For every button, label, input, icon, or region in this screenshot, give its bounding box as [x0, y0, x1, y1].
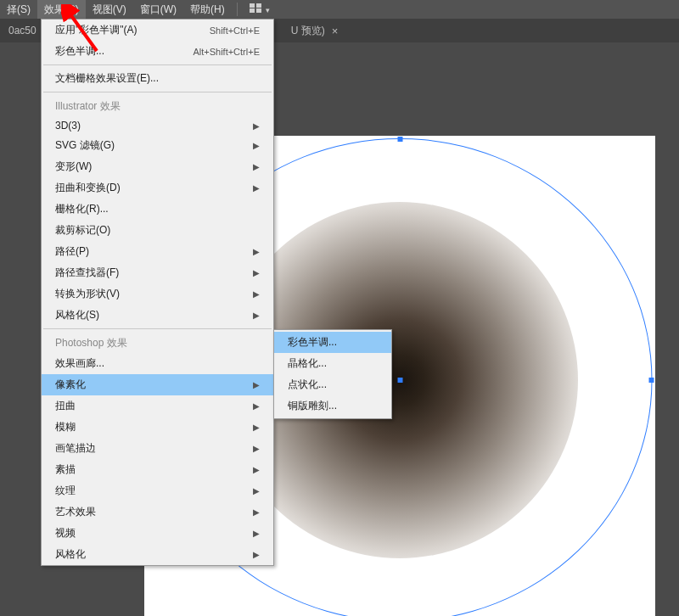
menu-item-label: 扭曲 — [55, 399, 76, 413]
menu-stylize-ai[interactable]: 风格化(S)▶ — [42, 305, 273, 326]
pixelate-submenu: 彩色半调... 晶格化... 点状化... 铜版雕刻... — [273, 329, 392, 419]
menubar-separator — [237, 3, 238, 16]
menu-item-label: 风格化(S) — [55, 308, 99, 322]
close-icon[interactable]: × — [332, 25, 339, 37]
svg-rect-3 — [256, 8, 261, 13]
menu-item-label: 扭曲和变换(D) — [55, 181, 121, 195]
shortcut-label: Shift+Ctrl+E — [210, 25, 260, 36]
menu-item-label: 画笔描边 — [55, 441, 96, 456]
chevron-right-icon: ▶ — [253, 550, 260, 559]
document-tab[interactable]: 0ac50 — [0, 19, 45, 42]
menu-texture[interactable]: 纹理▶ — [42, 480, 273, 501]
menu-item-label: 3D(3) — [55, 120, 81, 132]
chevron-right-icon: ▶ — [253, 423, 260, 432]
menu-item-label: SVG 滤镜(G) — [55, 138, 115, 153]
menu-svg-filter[interactable]: SVG 滤镜(G)▶ — [42, 135, 273, 156]
menu-item-label: 路径查找器(F) — [55, 266, 119, 280]
menu-distort-transform[interactable]: 扭曲和变换(D)▶ — [42, 177, 273, 199]
menu-item-label: 变形(W) — [55, 160, 92, 174]
chevron-right-icon: ▶ — [253, 401, 260, 411]
tab-label-left: 0ac50 — [8, 25, 36, 36]
submenu-crystallize[interactable]: 晶格化... — [274, 353, 391, 374]
menu-distort-ps[interactable]: 扭曲▶ — [42, 395, 273, 417]
menu-item-label: 路径(P) — [55, 244, 89, 259]
menu-item-label: 应用"彩色半调"(A) — [55, 23, 137, 37]
handle-center[interactable] — [397, 378, 402, 383]
shortcut-label: Alt+Shift+Ctrl+E — [193, 47, 260, 57]
menu-item-label: 艺术效果 — [55, 505, 96, 519]
menu-convert-to-shape[interactable]: 转换为形状(V)▶ — [42, 283, 273, 305]
submenu-mezzotint[interactable]: 铜版雕刻... — [274, 395, 391, 417]
menu-separator — [43, 64, 272, 65]
menu-item-label: 文档栅格效果设置(E)... — [55, 71, 159, 86]
menu-stylize-ps[interactable]: 风格化▶ — [42, 544, 273, 565]
handle-top[interactable] — [397, 137, 402, 142]
layout-grid-icon — [250, 3, 261, 13]
chevron-right-icon: ▶ — [253, 121, 260, 131]
chevron-right-icon: ▶ — [253, 507, 260, 517]
layout-toggle[interactable]: ▾ — [243, 1, 277, 18]
menu-artistic[interactable]: 艺术效果▶ — [42, 501, 273, 523]
menu-select[interactable]: 择(S) — [0, 0, 37, 20]
chevron-right-icon: ▶ — [253, 529, 260, 538]
svg-rect-2 — [250, 8, 255, 13]
menu-blur[interactable]: 模糊▶ — [42, 417, 273, 438]
menu-bar: 择(S) 效果(C) 视图(V) 窗口(W) 帮助(H) ▾ — [0, 0, 679, 19]
chevron-right-icon: ▶ — [253, 289, 260, 299]
handle-right[interactable] — [649, 378, 654, 383]
chevron-down-icon: ▾ — [266, 6, 270, 14]
menu-path[interactable]: 路径(P)▶ — [42, 241, 273, 262]
chevron-right-icon: ▶ — [253, 444, 260, 453]
menu-color-halftone-top[interactable]: 彩色半调... Alt+Shift+Ctrl+E — [42, 41, 273, 62]
chevron-right-icon: ▶ — [253, 183, 260, 193]
chevron-right-icon: ▶ — [253, 486, 260, 496]
submenu-color-halftone[interactable]: 彩色半调... — [274, 332, 391, 353]
menu-item-label: 风格化 — [55, 547, 86, 562]
menu-pathfinder[interactable]: 路径查找器(F)▶ — [42, 262, 273, 283]
menu-item-label: 模糊 — [55, 420, 76, 434]
menu-item-label: 裁剪标记(O) — [55, 223, 110, 238]
menu-item-label: 效果画廊... — [55, 356, 104, 371]
svg-rect-0 — [250, 3, 255, 8]
menu-3d[interactable]: 3D(3)▶ — [42, 116, 273, 135]
menu-item-label: 转换为形状(V) — [55, 287, 120, 301]
menu-doc-raster-settings[interactable]: 文档栅格效果设置(E)... — [42, 68, 273, 89]
chevron-right-icon: ▶ — [253, 268, 260, 277]
menu-window[interactable]: 窗口(W) — [133, 0, 183, 20]
menu-sketch[interactable]: 素描▶ — [42, 459, 273, 480]
effect-menu-dropdown: 应用"彩色半调"(A) Shift+Ctrl+E 彩色半调... Alt+Shi… — [41, 19, 274, 566]
menu-transform[interactable]: 变形(W)▶ — [42, 156, 273, 177]
menu-separator — [43, 328, 272, 329]
submenu-pointillize[interactable]: 点状化... — [274, 374, 391, 395]
chevron-right-icon: ▶ — [253, 247, 260, 256]
menu-pixelate[interactable]: 像素化▶ — [42, 374, 273, 395]
menu-apply-last-effect[interactable]: 应用"彩色半调"(A) Shift+Ctrl+E — [42, 20, 273, 41]
chevron-right-icon: ▶ — [253, 380, 260, 389]
menu-crop-marks[interactable]: 裁剪标记(O) — [42, 220, 273, 241]
tab-label-right: U 预览) — [291, 24, 325, 38]
menu-effect-gallery[interactable]: 效果画廊... — [42, 353, 273, 374]
menu-help[interactable]: 帮助(H) — [183, 0, 232, 20]
illustrator-effects-header: Illustrator 效果 — [42, 95, 273, 116]
menu-video[interactable]: 视频▶ — [42, 523, 273, 544]
photoshop-effects-header: Photoshop 效果 — [42, 332, 273, 353]
menu-separator — [43, 92, 272, 92]
chevron-right-icon: ▶ — [253, 162, 260, 171]
chevron-right-icon: ▶ — [253, 465, 260, 474]
document-tab-right[interactable]: U 预览) × — [283, 19, 347, 42]
menu-item-label: 视频 — [55, 526, 76, 540]
svg-rect-1 — [256, 3, 261, 8]
menu-item-label: 素描 — [55, 462, 76, 477]
menu-rasterize[interactable]: 栅格化(R)... — [42, 199, 273, 220]
menu-item-label: 彩色半调... — [55, 44, 104, 59]
chevron-right-icon: ▶ — [253, 141, 260, 150]
menu-item-label: 像素化 — [55, 378, 86, 392]
menu-view[interactable]: 视图(V) — [86, 0, 133, 20]
chevron-right-icon: ▶ — [253, 311, 260, 320]
menu-effect[interactable]: 效果(C) — [37, 0, 86, 20]
menu-item-label: 纹理 — [55, 484, 76, 498]
menu-item-label: 栅格化(R)... — [55, 202, 109, 216]
menu-brush-strokes[interactable]: 画笔描边▶ — [42, 438, 273, 459]
